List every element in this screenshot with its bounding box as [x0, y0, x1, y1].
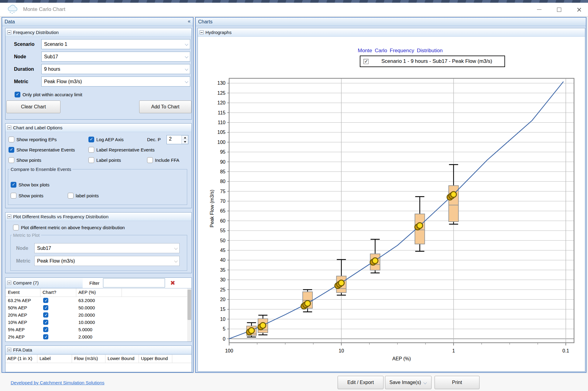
print-label: Print — [452, 380, 462, 385]
y-tick-label: 115 — [218, 110, 225, 115]
metric-to-plot-fieldset: Metric to Plot Node Sub17 Metric Peak Fl… — [10, 233, 187, 271]
column-lower-bound: Lower Bound — [108, 356, 134, 361]
table-row[interactable]: 50% AEP50.0000 — [5, 304, 191, 311]
event-cell: 5% AEP — [8, 327, 25, 332]
ensemble-show-points-label: Show points — [19, 193, 43, 198]
table-row[interactable]: 20% AEP20.0000 — [5, 311, 191, 319]
duration-value: 9 hours — [44, 66, 60, 72]
edit-export-label: Edit / Export — [347, 380, 374, 385]
event-marker — [260, 322, 266, 328]
frequency-distribution-header[interactable]: Frequency Distribution — [5, 28, 191, 37]
show-reporting-eps-label: Show reporting EPs — [16, 137, 57, 142]
table-row[interactable]: 5% AEP5.0000 — [5, 326, 191, 333]
event-marker — [339, 280, 344, 286]
add-to-chart-button[interactable]: Add To Chart — [139, 100, 191, 113]
plot-different-metric-checkbox[interactable] — [13, 225, 19, 230]
y-tick-label: 80 — [220, 179, 225, 184]
ensemble-show-points-checkbox[interactable] — [11, 193, 16, 199]
box-plots — [247, 165, 459, 337]
metric-to-plot-legend: Metric to Plot — [12, 233, 41, 238]
save-images-button[interactable]: Save Image(s) — [385, 376, 432, 389]
data-panel-title: Data — [5, 19, 15, 25]
node-select[interactable]: Sub17 — [41, 52, 190, 62]
show-box-plots-checkbox[interactable] — [11, 182, 16, 188]
chart-row-checkbox[interactable] — [43, 334, 48, 339]
y-tick-label: 120 — [217, 100, 225, 105]
accuracy-limit-checkbox[interactable] — [15, 92, 20, 97]
arrow-up-icon — [184, 137, 186, 138]
compare-group: Compare (7) Filter Event Chart? AEP (%) … — [5, 277, 192, 342]
arrow-down-icon — [184, 141, 186, 143]
print-button[interactable]: Print — [435, 376, 480, 389]
compare-table-body: 63.2% AEP63.200050% AEP50.000020% AEP20.… — [5, 297, 191, 341]
x-tick-label: 100 — [225, 348, 233, 353]
group-title: FFA Data — [13, 347, 32, 352]
box-plot — [370, 239, 380, 273]
developer-link[interactable]: Developed by Catchment Simulation Soluti… — [11, 380, 105, 385]
show-box-plots-label: Show box plots — [19, 182, 50, 187]
frequency-distribution-group: Frequency Distribution Scenario Scenario… — [5, 28, 192, 120]
bottom-bar: Developed by Catchment Simulation Soluti… — [0, 373, 588, 391]
show-representative-events-checkbox[interactable] — [9, 147, 14, 153]
hydrographs-group: Hydrographs Monte Carlo Frequency Distri… — [198, 28, 585, 372]
plot-different-header[interactable]: Plot Different Results vs Frequency Dist… — [5, 212, 191, 221]
y-tick-label: 65 — [220, 208, 225, 213]
event-marker — [249, 328, 254, 333]
y-tick-label: 45 — [220, 248, 225, 253]
chart-row-checkbox[interactable] — [43, 327, 48, 332]
scrollbar-thumb[interactable] — [187, 290, 191, 320]
log-aep-axis-checkbox[interactable] — [88, 137, 94, 142]
scenario-label: Scenario — [5, 42, 41, 47]
include-ffa-checkbox[interactable] — [147, 157, 153, 163]
aep-cell: 5.0000 — [78, 327, 92, 332]
ensemble-label-points-checkbox[interactable] — [68, 193, 74, 199]
collapse-panel-icon[interactable] — [188, 19, 191, 24]
y-tick-label: 35 — [220, 267, 225, 273]
minimize-icon — [537, 9, 542, 10]
ffa-table: AEP (1 in X) Label Flow (m3/s) Lower Bou… — [5, 354, 191, 372]
show-reporting-eps-checkbox[interactable] — [9, 137, 14, 142]
titlebar: Monte Carlo Chart — [0, 3, 588, 16]
spinner-up-button[interactable] — [182, 135, 188, 140]
chart-row-checkbox[interactable] — [43, 305, 48, 310]
chart-label-options-header[interactable]: Chart and Label Options — [5, 124, 191, 132]
group-title: Frequency Distribution — [13, 30, 59, 35]
compare-table-header: Event Chart? AEP (%) — [5, 288, 191, 297]
clear-chart-button[interactable]: Clear Chart — [6, 100, 60, 113]
y-tick-label: 75 — [220, 189, 225, 194]
clear-filter-button[interactable] — [167, 278, 178, 287]
collapse-group-icon — [200, 30, 204, 34]
chart-row-checkbox[interactable] — [43, 298, 48, 303]
table-row[interactable]: 2% AEP2.0000 — [5, 333, 191, 341]
maximize-button[interactable] — [555, 5, 564, 14]
table-row[interactable]: 63.2% AEP63.2000 — [5, 297, 191, 304]
aep-cell: 50.0000 — [78, 305, 95, 310]
hydrographs-header[interactable]: Hydrographs — [198, 28, 585, 37]
scenario-select[interactable]: Scenario 1 — [41, 39, 190, 49]
x-tick-label: 1 — [452, 348, 455, 353]
column-flow: Flow (m3/s) — [74, 356, 98, 361]
x-axis-title: AEP (%) — [392, 356, 411, 361]
table-row[interactable]: 10% AEP10.0000 — [5, 319, 191, 326]
duration-select[interactable]: 9 hours — [41, 64, 190, 74]
event-cell: 50% AEP — [8, 305, 27, 310]
chart-row-checkbox[interactable] — [43, 320, 48, 325]
label-representative-events-checkbox[interactable] — [88, 147, 94, 153]
dec-p-spinner[interactable]: 2 — [167, 135, 188, 144]
filter-input[interactable] — [103, 278, 165, 287]
close-button[interactable] — [575, 5, 584, 14]
edit-export-button[interactable]: Edit / Export — [338, 376, 383, 389]
spinner-down-button[interactable] — [182, 140, 188, 144]
desktop-edge — [0, 0, 588, 3]
chart-row-checkbox[interactable] — [43, 312, 48, 318]
compare-scrollbar[interactable] — [187, 288, 191, 342]
show-points-checkbox[interactable] — [9, 157, 14, 163]
filter-label: Filter — [89, 280, 99, 286]
label-points-checkbox[interactable] — [88, 157, 94, 163]
y-tick-label: 130 — [217, 80, 225, 86]
dec-p-value: 2 — [167, 135, 181, 144]
metric-to-plot-label: Metric — [11, 258, 34, 264]
minimize-button[interactable] — [535, 5, 544, 14]
metric-select[interactable]: Peak Flow (m3/s) — [41, 76, 190, 87]
ffa-data-header[interactable]: FFA Data — [5, 346, 191, 354]
